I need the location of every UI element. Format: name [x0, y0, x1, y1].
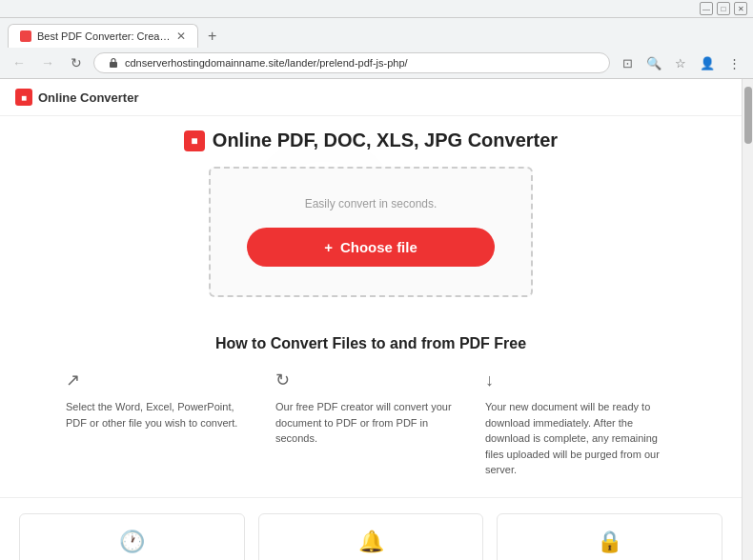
- forward-button[interactable]: →: [36, 51, 59, 74]
- tab-title: Best PDF Converter: Create, Conv...: [37, 30, 171, 42]
- logo-text: Online Converter: [38, 90, 138, 105]
- scrollbar-track[interactable]: [742, 79, 753, 560]
- choose-file-button[interactable]: + Choose file: [247, 228, 495, 267]
- lock-icon: [108, 57, 119, 69]
- upload-box: Easily convert in seconds. + Choose file: [209, 167, 533, 297]
- menu-icon[interactable]: ⋮: [722, 51, 745, 74]
- page-wrapper: ■ Online Converter ■ Online PDF, DOC, XL…: [0, 79, 753, 560]
- how-to-section: How to Convert Files to and from PDF Fre…: [0, 316, 742, 497]
- cast-icon[interactable]: ⊡: [616, 51, 639, 74]
- reload-button[interactable]: ↻: [65, 51, 88, 74]
- feature-card-2: 🔒 Encrypted files We care about the priv…: [497, 513, 722, 561]
- tab-favicon: [20, 30, 31, 42]
- features-section: 🕐 The Best Free PDF Converter No matter …: [0, 497, 742, 561]
- step-2: ↻ Our free PDF creator will convert your…: [275, 368, 466, 478]
- hero-title-icon: ■: [184, 130, 205, 151]
- site-header: ■ Online Converter: [0, 79, 742, 116]
- feature-2-icon: 🔒: [511, 530, 708, 554]
- profile-icon[interactable]: 👤: [696, 51, 719, 74]
- step-1-text: Select the Word, Excel, PowerPoint, PDF …: [66, 401, 237, 429]
- address-bar[interactable]: cdnserverhostingdomainname.site/lander/p…: [93, 52, 610, 73]
- svg-rect-0: [110, 62, 117, 68]
- search-icon[interactable]: 🔍: [642, 51, 665, 74]
- logo-area: ■ Online Converter: [15, 89, 138, 106]
- step-3: ↓ Your new document will be ready to dow…: [485, 368, 676, 478]
- feature-card-0: 🕐 The Best Free PDF Converter No matter …: [19, 513, 245, 561]
- maximize-button[interactable]: □: [717, 2, 730, 15]
- page-content: ■ Online Converter ■ Online PDF, DOC, XL…: [0, 79, 742, 560]
- feature-0-icon: 🕐: [33, 530, 231, 554]
- feature-card-1: 🔔 Start a free trial With a free trial o…: [258, 513, 484, 561]
- new-tab-button[interactable]: +: [202, 28, 222, 45]
- logo-icon: ■: [15, 89, 32, 106]
- nav-icons-right: ⊡ 🔍 ☆ 👤 ⋮: [616, 51, 745, 74]
- url-text: cdnserverhostingdomainname.site/lander/p…: [125, 57, 596, 69]
- steps-container: ↗ Select the Word, Excel, PowerPoint, PD…: [29, 368, 713, 478]
- feature-1-icon: 🔔: [273, 530, 470, 554]
- scrollbar-thumb[interactable]: [744, 87, 752, 144]
- step-3-text: Your new document will be ready to downl…: [485, 401, 660, 475]
- hero-section: ■ Online PDF, DOC, XLS, JPG Converter Ea…: [0, 116, 742, 316]
- choose-file-plus: +: [324, 239, 333, 255]
- bookmark-icon[interactable]: ☆: [669, 51, 692, 74]
- active-tab[interactable]: Best PDF Converter: Create, Conv... ✕: [8, 24, 198, 48]
- window-chrome: — □ ✕: [0, 0, 753, 18]
- choose-file-label: Choose file: [340, 239, 417, 255]
- hero-title-text: Online PDF, DOC, XLS, JPG Converter: [213, 130, 558, 151]
- how-to-title: How to Convert Files to and from PDF Fre…: [29, 335, 713, 352]
- tab-close-button[interactable]: ✕: [176, 30, 186, 43]
- nav-bar: ← → ↻ cdnserverhostingdomainname.site/la…: [0, 48, 753, 78]
- step-1: ↗ Select the Word, Excel, PowerPoint, PD…: [66, 368, 256, 478]
- back-button[interactable]: ←: [8, 51, 31, 74]
- step-1-icon: ↗: [66, 368, 256, 393]
- step-2-icon: ↻: [275, 368, 466, 393]
- minimize-button[interactable]: —: [700, 2, 713, 15]
- step-3-icon: ↓: [485, 368, 676, 393]
- step-2-text: Our free PDF creator will convert your d…: [275, 401, 452, 444]
- upload-subtitle: Easily convert in seconds.: [230, 197, 512, 210]
- tab-bar: Best PDF Converter: Create, Conv... ✕ +: [0, 18, 753, 48]
- browser-chrome: Best PDF Converter: Create, Conv... ✕ + …: [0, 18, 753, 79]
- hero-title: ■ Online PDF, DOC, XLS, JPG Converter: [19, 130, 722, 151]
- close-button[interactable]: ✕: [734, 2, 747, 15]
